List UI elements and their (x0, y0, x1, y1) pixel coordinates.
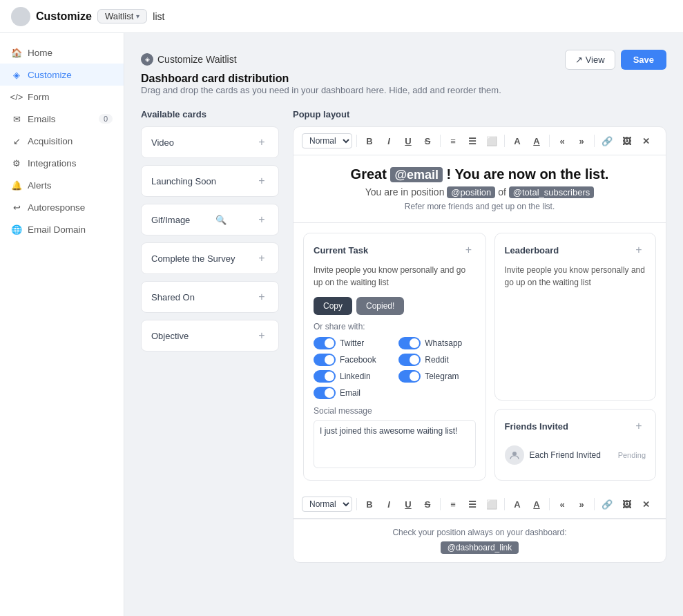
waitlist-badge[interactable]: Waitlist ▾ (97, 9, 147, 23)
email-label: Email (340, 388, 360, 398)
reddit-toggle[interactable] (398, 354, 421, 366)
sidebar-item-alerts[interactable]: 🔔 Alerts (0, 174, 124, 196)
save-button[interactable]: Save (621, 50, 666, 70)
toolbar-italic-button[interactable]: I (381, 133, 397, 149)
page-header: ◈ Customize Waitlist ↗ View Save (141, 50, 666, 70)
toolbar-clear-button[interactable]: ✕ (637, 133, 654, 149)
popup-layout-panel: Popup layout Normal B I U S (293, 109, 666, 563)
card-complete-survey[interactable]: Complete the Survey + (141, 242, 279, 274)
popup-layout-box: Normal B I U S ≡ ☰ ⬜ A (293, 126, 666, 563)
sidebar-item-customize[interactable]: ◈ Customize (0, 64, 124, 86)
bottom-link-button[interactable]: 🔗 (599, 496, 615, 512)
bottom-divider-3 (504, 498, 505, 510)
autoresponse-icon: ↩ (11, 202, 22, 213)
sidebar-item-label: Emails (28, 114, 56, 124)
sidebar-item-label: Email Domain (28, 224, 86, 235)
toolbar-align-left-button[interactable]: « (554, 133, 570, 149)
card-survey-plus-icon: + (255, 251, 269, 265)
sidebar-item-home[interactable]: 🏠 Home (0, 41, 124, 64)
toolbar-image-button[interactable]: 🖼 (618, 133, 635, 149)
email-toggle[interactable] (314, 387, 336, 399)
toolbar-list1-button[interactable]: ≡ (445, 133, 461, 149)
external-link-icon: ↗ (575, 55, 583, 65)
friends-card-header: Friends Invited + (505, 419, 646, 433)
editor-heading-area: Great @email ! You are now on the list. … (294, 155, 666, 223)
leaderboard-plus-icon[interactable]: + (632, 243, 646, 257)
acquisition-icon: ↙ (11, 135, 22, 146)
toolbar-divider-4 (549, 135, 550, 147)
card-launching-soon[interactable]: Launching Soon + (141, 165, 279, 197)
social-message-input[interactable]: I just joined this awesome waiting list! (314, 420, 476, 468)
bottom-toolbar: Normal B I U S ≡ ☰ ⬜ A (294, 490, 666, 519)
refer-text: Refer more friends and get up on the lis… (307, 202, 652, 211)
card-video[interactable]: Video + (141, 126, 279, 158)
sidebar-item-acquisition[interactable]: ↙ Acquisition (0, 130, 124, 152)
card-objective[interactable]: Objective + (141, 320, 279, 352)
leaderboard-title: Leaderboard (505, 245, 559, 256)
card-gif-image[interactable]: Gif/Image 🔍 + (141, 204, 279, 235)
whatsapp-label: Whatsapp (425, 338, 462, 348)
bottom-align-left-button[interactable]: « (554, 496, 570, 512)
bottom-divider-4 (549, 498, 550, 510)
main-content: ◈ Customize Waitlist ↗ View Save Dashboa… (124, 33, 683, 616)
section-meta: ◈ Customize Waitlist (141, 53, 237, 66)
toolbar-list2-button[interactable]: ☰ (464, 133, 481, 149)
form-icon: </> (11, 91, 22, 102)
view-button[interactable]: ↗ View (565, 50, 615, 70)
integrations-icon: ⚙ (11, 157, 22, 169)
copied-button[interactable]: Copied! (356, 297, 404, 315)
sidebar-item-label: Customize (28, 70, 72, 80)
twitter-toggle[interactable] (314, 337, 336, 349)
toolbar-highlight-button[interactable]: A (528, 133, 545, 149)
alerts-icon: 🔔 (11, 180, 22, 191)
bottom-block-button[interactable]: ⬜ (483, 496, 500, 512)
toolbar-color-button[interactable]: A (509, 133, 526, 149)
toggle-whatsapp: Whatsapp (398, 337, 475, 349)
bottom-italic-button[interactable]: I (381, 496, 397, 512)
header-actions: ↗ View Save (565, 50, 666, 70)
bottom-image-button[interactable]: 🖼 (618, 496, 635, 512)
sidebar-item-form[interactable]: </> Form (0, 86, 124, 108)
toolbar-link-button[interactable]: 🔗 (599, 133, 615, 149)
card-objective-plus-icon: + (255, 329, 269, 343)
bottom-toolbar-style-select[interactable]: Normal (302, 497, 352, 512)
bottom-highlight-button[interactable]: A (528, 496, 545, 512)
bottom-align-right-button[interactable]: » (573, 496, 590, 512)
card-shared-on[interactable]: Shared On + (141, 281, 279, 313)
copy-button-label: Copy (323, 301, 343, 311)
bottom-strikethrough-button[interactable]: S (419, 496, 436, 512)
sidebar-item-autoresponse[interactable]: ↩ Autoresponse (0, 196, 124, 218)
bottom-divider-5 (594, 498, 595, 510)
sidebar-item-label: Form (28, 92, 50, 102)
heading-pre: Great (351, 166, 387, 182)
dashboard-link-tag: @dashboard_link (441, 541, 519, 554)
friends-plus-icon[interactable]: + (632, 419, 646, 433)
card-shared-plus-icon: + (255, 290, 269, 304)
bottom-list1-button[interactable]: ≡ (445, 496, 461, 512)
sidebar-item-emails[interactable]: ✉ Emails 0 (0, 108, 124, 130)
facebook-toggle[interactable] (314, 354, 336, 366)
toolbar-bold-button[interactable]: B (361, 133, 378, 149)
bottom-list2-button[interactable]: ☰ (464, 496, 481, 512)
toolbar-strikethrough-button[interactable]: S (419, 133, 436, 149)
reddit-label: Reddit (425, 355, 449, 365)
task-card-plus-icon[interactable]: + (462, 243, 476, 257)
bottom-divider-2 (440, 498, 441, 510)
sidebar-item-integrations[interactable]: ⚙ Integrations (0, 152, 124, 174)
whatsapp-toggle[interactable] (398, 337, 421, 349)
copy-button[interactable]: Copy (314, 297, 352, 315)
toolbar-style-select[interactable]: Normal (302, 133, 352, 148)
friend-avatar (505, 445, 524, 465)
linkedin-toggle[interactable] (314, 370, 336, 383)
subline-pre: You are in position (365, 186, 445, 198)
sidebar-item-email-domain[interactable]: 🌐 Email Domain (0, 218, 124, 240)
bottom-color-button[interactable]: A (509, 496, 526, 512)
toolbar-underline-button[interactable]: U (400, 133, 416, 149)
toolbar-block-button[interactable]: ⬜ (483, 133, 500, 149)
bottom-underline-button[interactable]: U (400, 496, 416, 512)
bottom-clear-button[interactable]: ✕ (637, 496, 654, 512)
telegram-toggle[interactable] (398, 370, 421, 383)
bottom-bold-button[interactable]: B (361, 496, 378, 512)
toolbar-align-right-button[interactable]: » (573, 133, 590, 149)
search-icon: 🔍 (215, 215, 227, 225)
